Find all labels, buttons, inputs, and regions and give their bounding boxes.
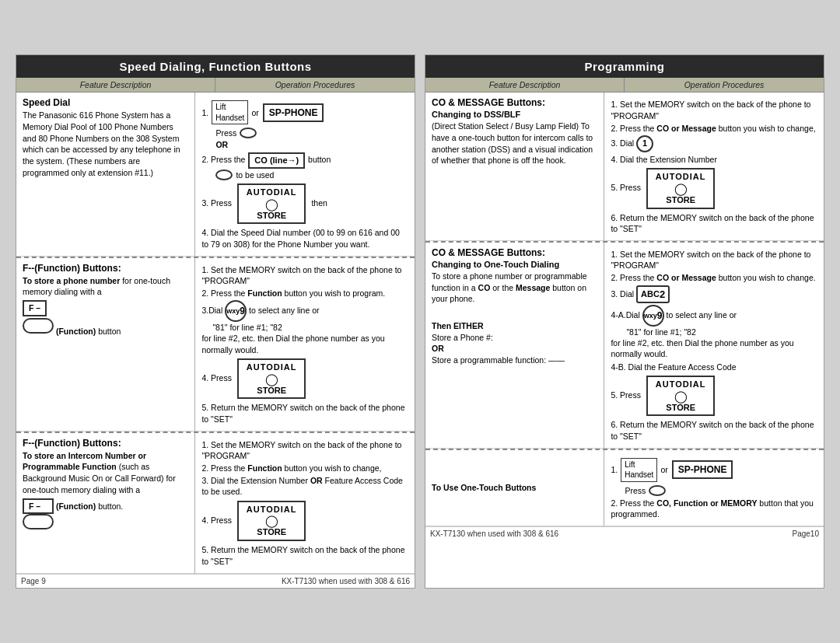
- line-etc-text1: for line #2, etc. then Dial the phone nu…: [201, 334, 384, 354]
- handset-icon2: [649, 485, 666, 496]
- autodial-label4: AUTODIAL: [656, 171, 706, 183]
- store-label3: STORE: [247, 526, 297, 538]
- autodial-store-btn4: AUTODIAL ◯ STORE: [646, 168, 716, 209]
- left-col2-header: Operation Procedures: [215, 78, 415, 92]
- co-dss-step3: 3. Dial 1: [611, 135, 817, 152]
- autodial-store-btn1: AUTODIAL ◯ STORE: [237, 183, 306, 225]
- autodial-icon4: ◯: [656, 183, 706, 194]
- to-be-used: to be used: [236, 169, 274, 180]
- f-oval-btn: [23, 318, 54, 334]
- autodial-label2: AUTODIAL: [247, 362, 297, 373]
- f-btn-body1: To store a phone number for one-touch me…: [23, 275, 188, 337]
- speed-dial-body: The Panasonic 616 Phone System has a Mem…: [23, 110, 188, 178]
- autodial-icon1: ◯: [247, 198, 297, 210]
- autodial-label1: AUTODIAL: [247, 187, 297, 198]
- right-panel: Programming Feature Description Operatio…: [425, 54, 824, 588]
- step1: 1. LiftHandset or SP-PHONE Press OR: [201, 100, 408, 149]
- autodial-store-btn3: AUTODIAL ◯ STORE: [237, 501, 306, 542]
- autodial-icon5: ◯: [656, 390, 706, 402]
- f-btn-title2: F--(Function) Buttons:: [23, 438, 188, 449]
- store-label5: STORE: [656, 402, 706, 414]
- f-function-phone-feature: F--(Function) Buttons: To store a phone …: [16, 258, 195, 432]
- otu-or-text: or: [660, 464, 667, 475]
- store-label1: STORE: [247, 210, 297, 222]
- co-ot-step4a: 4-A.Dial wxy9 to select any line or "81"…: [611, 305, 817, 360]
- left-col1-header: Feature Description: [16, 78, 215, 92]
- f-dash-icon2: F –: [23, 498, 54, 515]
- lift-block: LiftHandset: [212, 100, 248, 124]
- co-ot-step5: 5. Press AUTODIAL ◯ STORE: [611, 374, 817, 418]
- step1-num: 1.: [201, 107, 208, 118]
- co-dss-body: (Direct Station Select / Busy Lamp Field…: [432, 121, 597, 166]
- right-col-headers: Feature Description Operation Procedures: [425, 78, 824, 93]
- autodial-icon3: ◯: [247, 515, 297, 526]
- f2-step5: 5. Return the MEMORY switch on the back …: [201, 544, 408, 566]
- co-dss-step4: 4. Dial the Extension Number: [611, 154, 817, 165]
- co-onetouch-body: To store a phone number or programmable …: [432, 271, 597, 305]
- right-footer-left: KX-T7130 when used with 308 & 616: [430, 529, 558, 538]
- step2: 2. Press the CO (line→) button to be use…: [201, 152, 408, 180]
- otu-step1-num: 1.: [611, 464, 618, 475]
- co-dss-step1: 1. Set the MEMORY switch on the back of …: [611, 99, 817, 121]
- f-oval-btn2: [23, 514, 54, 529]
- co-onetouch-feature: CO & MESSAGE Buttons: Changing to One-To…: [425, 243, 604, 449]
- one-touch-use-body: To Use One-Touch Buttons: [432, 482, 536, 494]
- co-ot-step3: 3. Dial ABC2: [611, 285, 817, 304]
- step3: 3. Press AUTODIAL ◯ STORE then: [201, 182, 408, 226]
- co-ot-step1: 1. Set the MEMORY switch on the back of …: [611, 249, 817, 271]
- co-onetouch-row: CO & MESSAGE Buttons: Changing to One-To…: [425, 241, 824, 449]
- f1-step2: 2. Press the Function button you wish to…: [201, 288, 408, 299]
- autodial-icon2: ◯: [247, 373, 297, 385]
- one-touch-use-row: To Use One-Touch Buttons 1. LiftHandset …: [425, 449, 824, 527]
- co-dss-title: CO & MESSAGE Buttons:: [432, 97, 597, 108]
- co-dss-row: CO & MESSAGE Buttons: Changing to DSS/BL…: [425, 93, 824, 241]
- f2-step3: 3. Dial the Extension Number OR Feature …: [201, 475, 408, 497]
- co-icon: [215, 169, 233, 180]
- autodial-label5: AUTODIAL: [656, 379, 706, 390]
- co-dss-step5: 5. Press AUTODIAL ◯ STORE: [611, 166, 817, 211]
- left-panel: Speed Dialing, Function Buttons Feature …: [16, 54, 415, 588]
- f1-step5: 5. Return the MEMORY switch on the back …: [201, 402, 408, 424]
- press-label: Press: [215, 128, 236, 138]
- co-ot-step6: 6. Return the MEMORY switch on the back …: [611, 419, 817, 441]
- step4: 4. Dial the Speed Dial number (00 to 99 …: [201, 227, 408, 249]
- line81-text1: "81" for line #1; "82: [212, 323, 282, 332]
- page-container: Speed Dialing, Function Buttons Feature …: [0, 39, 840, 603]
- right-panel-title: Programming: [425, 55, 824, 78]
- otu-step2: 2. Press the CO, Function or MEMORY butt…: [611, 498, 817, 519]
- speed-dial-ops: 1. LiftHandset or SP-PHONE Press OR 2. P…: [195, 93, 415, 256]
- wxy9-btn2: wxy9: [642, 305, 664, 327]
- f-subtitle1: To store a phone number: [23, 276, 120, 285]
- store-prog-label: Store a programmable function: ——: [432, 355, 597, 366]
- sp-phone-btn2: SP-PHONE: [672, 460, 733, 479]
- or-text1: or: [251, 107, 258, 118]
- f-function-intercom-ops: 1. Set the MEMORY switch on the back of …: [195, 433, 415, 574]
- co-dss-step2: 2. Press the CO or Message button you wi…: [611, 123, 817, 134]
- left-col-headers: Feature Description Operation Procedures: [16, 78, 415, 93]
- right-col2-header: Operation Procedures: [625, 78, 824, 92]
- f-dash-icon: F –: [23, 300, 47, 316]
- one-touch-use-ops: 1. LiftHandset or SP-PHONE Press 2. Pres…: [604, 450, 824, 527]
- speed-dial-row: Speed Dial The Panasonic 616 Phone Syste…: [16, 93, 415, 256]
- function-label1: (Function): [56, 327, 96, 336]
- then-either-block: Then EITHER Store a Phone #: OR Store a …: [432, 320, 597, 366]
- f1-step1: 1. Set the MEMORY switch on the back of …: [201, 264, 408, 286]
- co-ot-step2: 2. Press the CO or Message button you wi…: [611, 272, 817, 283]
- dial1-circle: 1: [636, 135, 653, 152]
- or-label2: OR: [432, 343, 597, 355]
- one-touch-use-feature: To Use One-Touch Buttons: [425, 450, 604, 527]
- f-function-intercom-feature: F--(Function) Buttons: To store an Inter…: [16, 433, 195, 574]
- f-function-phone-row: F--(Function) Buttons: To store a phone …: [16, 257, 415, 432]
- co-onetouch-title: CO & MESSAGE Buttons:: [432, 247, 597, 258]
- f-function-phone-ops: 1. Set the MEMORY switch on the back of …: [195, 258, 415, 432]
- co-ot-step4b: 4-B. Dial the Feature Access Code: [611, 362, 817, 372]
- store-phone-label: Store a Phone #:: [432, 332, 597, 344]
- f2-step2: 2. Press the Function button you wish to…: [201, 463, 408, 474]
- autodial-label3: AUTODIAL: [247, 504, 297, 515]
- co-dss-subtitle: Changing to DSS/BLF: [432, 110, 597, 119]
- sp-phone-btn: SP-PHONE: [263, 103, 324, 122]
- function-label2: (Function): [56, 501, 96, 511]
- co-onetouch-subtitle: Changing to One-Touch Dialing: [432, 260, 597, 269]
- co-dss-feature: CO & MESSAGE Buttons: Changing to DSS/BL…: [425, 93, 604, 241]
- store-label4: STORE: [656, 194, 706, 206]
